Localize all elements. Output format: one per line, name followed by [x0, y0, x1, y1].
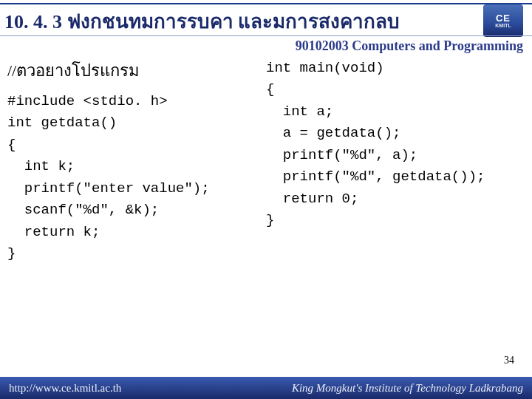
- course-label: 90102003 Computers and Programming: [296, 38, 523, 54]
- kmitl-logo: CE KMITL: [483, 4, 523, 37]
- right-column: int main(void) { int a; a = getdata(); p…: [266, 58, 525, 265]
- code-block-left: #include <stdio. h> int getdata() { int …: [7, 91, 266, 265]
- footer-bar: http://www.ce.kmitl.ac.th King Mongkut's…: [0, 377, 532, 399]
- footer-org: King Mongkut's Institute of Technology L…: [292, 382, 523, 395]
- footer-url: http://www.ce.kmitl.ac.th: [9, 382, 121, 395]
- content-columns: //ตวอยางโปรแกรม #include <stdio. h> int …: [7, 58, 525, 265]
- page-number: 34: [504, 355, 514, 366]
- left-column: //ตวอยางโปรแกรม #include <stdio. h> int …: [7, 58, 266, 265]
- rule-top: [0, 3, 532, 4]
- logo-line1: CE: [496, 13, 511, 23]
- rule-under-title: [0, 35, 532, 36]
- example-subtitle: //ตวอยางโปรแกรม: [7, 58, 266, 83]
- logo-line2: KMITL: [495, 23, 511, 28]
- code-block-right: int main(void) { int a; a = getdata(); p…: [266, 58, 525, 232]
- slide-title: 10. 4. 3 ฟงกชนทมการรบคา และมการสงคากลบ: [4, 6, 400, 36]
